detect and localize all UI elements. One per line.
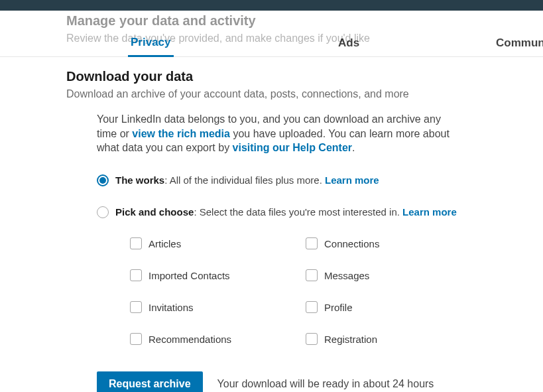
desc-text-3: . — [352, 142, 355, 153]
check-item-messages: Messages — [306, 269, 475, 281]
checkbox-label: Profile — [324, 302, 353, 313]
action-note: Your download will be ready in about 24 … — [217, 378, 434, 390]
top-navbar — [0, 0, 543, 11]
tab-ads[interactable]: Ads — [335, 29, 362, 57]
checkbox-label: Articles — [149, 238, 181, 249]
checkbox-label: Messages — [324, 270, 369, 281]
learn-more-pick-link[interactable]: Learn more — [402, 206, 457, 218]
check-item-recommendations: Recommendations — [130, 333, 299, 345]
checkbox-label: Imported Contacts — [149, 270, 230, 281]
tab-privacy[interactable]: Privacy — [128, 29, 174, 57]
check-item-articles: Articles — [130, 237, 299, 249]
check-item-profile: Profile — [306, 301, 475, 313]
main-content: Download your data Download an archive o… — [66, 69, 530, 392]
radio-pick-choose[interactable] — [97, 206, 109, 218]
checkbox-profile[interactable] — [306, 301, 318, 313]
radio-pick-desc: : Select the data files you're most inte… — [194, 206, 402, 218]
checkbox-label: Connections — [324, 238, 379, 249]
check-item-imported-contacts: Imported Contacts — [130, 269, 299, 281]
checkbox-connections[interactable] — [306, 237, 318, 249]
action-row: Request archive Your download will be re… — [97, 371, 530, 392]
request-archive-button[interactable]: Request archive — [97, 371, 203, 392]
checkbox-label: Registration — [324, 334, 377, 345]
checkbox-recommendations[interactable] — [130, 333, 142, 345]
bg-title: Manage your data and activity — [66, 13, 370, 29]
check-item-invitations: Invitations — [130, 301, 299, 313]
page-subtitle: Download an archive of your account data… — [66, 88, 530, 100]
checkbox-label: Invitations — [149, 302, 194, 313]
radio-the-works-label: The works: All of the individual files p… — [115, 174, 379, 187]
tabs-container: Manage your data and activity Review the… — [0, 11, 543, 57]
sidebar-item-profile[interactable]: file and — [0, 77, 46, 92]
checkbox-invitations[interactable] — [130, 301, 142, 313]
check-item-connections: Connections — [306, 237, 475, 249]
sidebar-item-data[interactable]: data — [0, 160, 46, 174]
description: Your LinkedIn data belongs to you, and y… — [97, 112, 455, 155]
rich-media-link[interactable]: view the rich media — [132, 128, 230, 139]
learn-more-works-link[interactable]: Learn more — [325, 174, 379, 186]
radio-pick-label: Pick and choose: Select the data files y… — [115, 206, 457, 219]
checkbox-messages[interactable] — [306, 269, 318, 281]
checkbox-grid: Articles Connections Imported Contacts M… — [130, 237, 475, 345]
sidebar-item-activity[interactable]: kedIn — [0, 118, 46, 133]
tab-communications[interactable]: Communications — [493, 29, 543, 57]
radio-the-works[interactable] — [97, 174, 109, 186]
radio-works-title: The works — [115, 174, 164, 186]
sidebar: file and kedIn data — [0, 77, 46, 201]
tab-bar: Privacy Ads Communications — [0, 29, 543, 57]
radio-works-desc: : All of the individual files plus more. — [164, 174, 325, 186]
radio-the-works-row: The works: All of the individual files p… — [97, 174, 530, 187]
help-center-link[interactable]: visiting our Help Center — [233, 142, 352, 153]
checkbox-imported-contacts[interactable] — [130, 269, 142, 281]
check-item-registration: Registration — [306, 333, 475, 345]
page-title: Download your data — [66, 69, 530, 84]
checkbox-label: Recommendations — [149, 334, 231, 345]
checkbox-registration[interactable] — [306, 333, 318, 345]
radio-pick-row: Pick and choose: Select the data files y… — [97, 206, 530, 219]
checkbox-articles[interactable] — [130, 237, 142, 249]
radio-pick-title: Pick and choose — [115, 206, 194, 218]
